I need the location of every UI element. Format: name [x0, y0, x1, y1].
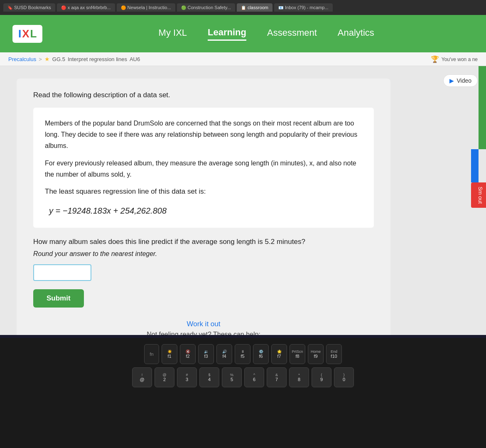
logo-i: I	[18, 27, 21, 40]
nav-learning[interactable]: Learning	[208, 27, 246, 41]
key-rparen[interactable]: )0	[334, 367, 354, 387]
description-p2: For every previously released album, the…	[45, 158, 362, 180]
breadcrumb-course[interactable]: Precalculus	[8, 56, 36, 62]
video-button-area: ▶ Video	[443, 74, 478, 87]
main-content: ▶ Video Sm out Read the following descri…	[0, 66, 486, 363]
info-box: Members of the popular band DrumSolo are…	[33, 108, 374, 228]
tab-favicon-construction: 🟢	[181, 5, 186, 10]
description-p1: Members of the popular band DrumSolo are…	[45, 118, 362, 152]
tab-classroom[interactable]: 📋 classroom	[237, 3, 272, 12]
reward-text: You've won a ne	[442, 56, 478, 62]
tab-aqa[interactable]: 🔴 x aqa ax snf4rbrbrb...	[57, 3, 115, 12]
regression-intro: The least squares regression line of thi…	[45, 186, 362, 198]
question-main-text: How many album sales does this line pred…	[33, 238, 374, 246]
key-f5[interactable]: ⏸f5	[235, 344, 250, 364]
blue-side-decoration	[471, 149, 479, 182]
key-f6[interactable]: ⚙️f6	[253, 344, 269, 364]
reward-badge: 🏆 You've won a ne	[431, 55, 478, 63]
breadcrumb-skill-name: Interpret regression lines	[68, 56, 127, 62]
breadcrumb-separator-1: >	[39, 56, 42, 62]
tab-label-classroom: classroom	[248, 5, 268, 10]
logo-l: L	[30, 27, 37, 40]
ixl-navbar: IXL My IXL Learning Assessment Analytics	[0, 15, 486, 52]
ixl-logo[interactable]: IXL	[12, 25, 42, 43]
breadcrumb: Precalculus > ★ GG.5 Interpret regressio…	[0, 52, 486, 66]
key-hash[interactable]: #3	[177, 367, 197, 387]
fn-key-row: fn ☀️f1 🔇f2 🔉f3 🔊f4 ⏸f5 ⚙️f6 🌟f7 PrtScnf…	[8, 344, 478, 364]
tab-susd[interactable]: 🔖 SUSD Bookmarks	[3, 3, 55, 12]
star-icon: ★	[44, 56, 50, 62]
key-f3[interactable]: 🔉f3	[198, 344, 214, 364]
key-f8[interactable]: PrtScnf8	[290, 344, 305, 364]
browser-tab-bar: 🔖 SUSD Bookmarks 🔴 x aqa ax snf4rbrbrb..…	[0, 0, 486, 15]
nav-assessment[interactable]: Assessment	[267, 27, 317, 40]
key-f9[interactable]: Homef9	[308, 344, 324, 364]
key-caret[interactable]: ^6	[244, 367, 264, 387]
key-f10[interactable]: Endf10	[326, 344, 342, 364]
question-intro: Read the following description of a data…	[33, 91, 374, 99]
equation-display: y = −19248.183x + 254,262.808	[49, 204, 362, 218]
breadcrumb-skill-code: GG.5	[52, 56, 65, 62]
key-2[interactable]: @2	[155, 367, 174, 387]
answer-input[interactable]	[33, 264, 91, 281]
key-f1[interactable]: ☀️f1	[162, 344, 177, 364]
key-lparen[interactable]: (9	[312, 367, 331, 387]
nav-my-ixl[interactable]: My IXL	[159, 27, 187, 40]
tab-construction[interactable]: 🟢 Construction Safety...	[177, 3, 235, 12]
tab-label-susd: SUSD Bookmarks	[14, 5, 51, 10]
key-fn[interactable]: fn	[144, 344, 159, 364]
key-amp[interactable]: &7	[267, 367, 287, 387]
tab-favicon-aqa: 🔴	[61, 5, 66, 10]
tab-favicon-susd: 🔖	[7, 5, 12, 10]
logo-x: X	[22, 27, 29, 40]
keyboard-area: fn ☀️f1 🔇f2 🔉f3 🔊f4 ⏸f5 ⚙️f6 🌟f7 PrtScnf…	[0, 338, 486, 448]
smart-out-button[interactable]: Sm out	[471, 182, 486, 208]
trophy-icon: 🏆	[431, 55, 439, 63]
tab-favicon-newsela: 🟠	[121, 5, 126, 10]
number-key-row: !@ @2 #3 $4 %5 ^6 &7 *8 (9 )0	[8, 367, 478, 387]
key-f7[interactable]: 🌟f7	[271, 344, 287, 364]
work-it-out-link[interactable]: Work it out	[33, 320, 374, 328]
key-f2[interactable]: 🔇f2	[180, 344, 196, 364]
question-container: Read the following description of a data…	[17, 79, 390, 351]
key-f4[interactable]: 🔊f4	[216, 344, 232, 364]
tab-favicon-inbox: 📧	[278, 5, 283, 10]
submit-button[interactable]: Submit	[33, 289, 84, 308]
tab-inbox[interactable]: 📧 Inbox (79) - mcamp...	[274, 3, 333, 12]
tab-label-inbox: Inbox (79) - mcamp...	[285, 5, 329, 10]
key-percent[interactable]: %5	[222, 367, 242, 387]
green-side-decoration	[479, 66, 486, 149]
tab-newsela[interactable]: 🟠 Newsela | Instructio...	[117, 3, 175, 12]
video-label: Video	[457, 77, 471, 84]
tab-favicon-classroom: 📋	[241, 5, 246, 10]
tab-label-aqa: x aqa ax snf4rbrbrb...	[68, 5, 111, 10]
play-icon: ▶	[449, 77, 454, 84]
key-dollar[interactable]: $4	[199, 367, 219, 387]
tab-label-newsela: Newsela | Instructio...	[128, 5, 171, 10]
breadcrumb-level: AU6	[130, 56, 140, 62]
nav-links: My IXL Learning Assessment Analytics	[59, 27, 474, 41]
tab-label-construction: Construction Safety...	[188, 5, 231, 10]
key-exclaim[interactable]: !@	[132, 367, 152, 387]
nav-analytics[interactable]: Analytics	[338, 27, 374, 40]
video-button[interactable]: ▶ Video	[443, 74, 478, 87]
round-instruction: Round your answer to the nearest integer…	[33, 250, 374, 258]
key-star[interactable]: *8	[289, 367, 309, 387]
